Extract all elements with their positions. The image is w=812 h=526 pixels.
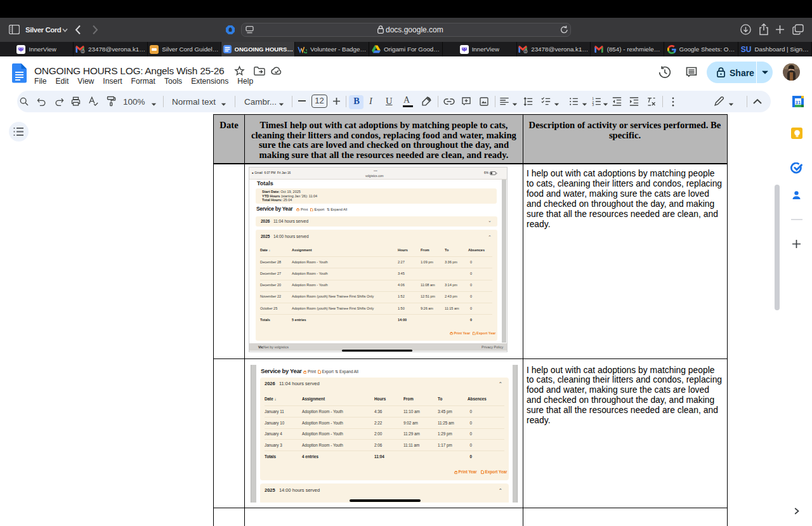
svg-text:31: 31 (796, 100, 801, 105)
svg-text:3: 3 (592, 103, 594, 107)
